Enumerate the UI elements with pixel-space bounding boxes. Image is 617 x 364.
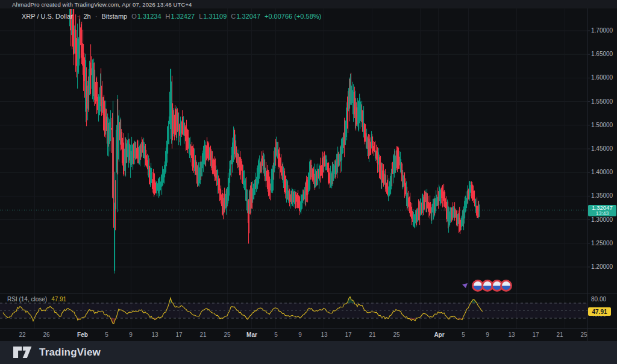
price-axis-label: 1.65000 [591,51,613,57]
time-axis-label: 22 [19,331,25,338]
ohlc-high: H1.32427 [166,13,195,20]
bar-countdown: 13:43 [596,211,609,216]
price-axis-label: 1.40000 [591,169,613,175]
time-axis-label: Feb [77,331,88,338]
time-axis-label: 13 [151,331,158,338]
interval-label[interactable]: 2h [83,13,90,20]
time-axis-label: 13 [508,331,515,338]
sticker-emoji[interactable] [501,281,512,291]
rsi-indicator-title[interactable]: RSI (14, close) [7,296,47,303]
time-axis-label: 26 [43,331,49,338]
ohlc-low: L1.31109 [199,13,227,20]
rsi-legend[interactable]: RSI (14, close) 47.91 [7,296,66,303]
time-axis-label: 9 [129,331,133,338]
price-axis-label: 1.60000 [591,74,613,81]
chart-area[interactable]: XRP / U.S. Dollar · 2h · Bitstamp O1.312… [0,0,617,341]
footer-bar: TradingView [0,341,617,364]
time-axis-label: 9 [486,331,489,338]
time-axis-label: 5 [105,331,108,338]
time-axis-label: 21 [369,331,375,338]
exchange-label: Bitstamp [101,13,127,20]
ohlc-close: C1.32047 [231,13,260,20]
time-axis-label: 21 [199,331,206,338]
time-axis-label: 13 [321,331,327,338]
price-axis-label: 1.45000 [591,145,613,152]
rsi-value-tag: 47.91 [588,307,611,316]
price-axis-label: 1.35000 [591,192,613,199]
sticker-emoji[interactable] [473,281,483,291]
time-axis-label: 17 [345,331,351,338]
time-axis-label: 21 [556,331,563,338]
sticker-emoji-group[interactable] [460,278,518,296]
time-axis-label: Apr [434,331,444,338]
symbol-legend[interactable]: XRP / U.S. Dollar · 2h · Bitstamp O1.312… [22,13,321,20]
legend-separator: · [95,13,98,20]
tradingview-chart-screenshot: AhmadPro created with TradingView.com, A… [0,0,617,364]
time-axis-label: 5 [462,331,465,338]
time-axis-label: 5 [274,331,278,338]
sticker-emoji[interactable] [483,281,493,291]
time-axis-label: Mar [246,331,257,338]
legend-separator: · [77,13,80,20]
tradingview-logo[interactable]: TradingView [13,347,101,359]
time-axis-label: 17 [532,331,539,338]
price-axis-label: 1.50000 [591,122,613,128]
price-axis-label: 1.25000 [591,240,613,246]
price-axis-label: 1.30000 [591,216,613,223]
rsi-axis-label: 80.00 [591,296,606,303]
sticker-arrow-icon [462,283,468,288]
chart-canvas[interactable] [0,0,617,341]
tradingview-logo-icon [13,347,34,359]
rsi-value: 47.91 [51,296,66,303]
change-label: +0.00766 (+0.58%) [265,13,321,20]
ohlc-open: O1.31234 [131,13,161,20]
symbol-title[interactable]: XRP / U.S. Dollar [22,13,73,20]
price-axis-label: 1.55000 [591,98,613,105]
price-axis-label: 1.70000 [591,27,613,34]
tradingview-brand-text: TradingView [39,347,101,359]
time-axis-label: 25 [580,331,587,338]
time-axis-label: 9 [298,331,302,338]
last-price-tag: 1.32047 13:43 [588,205,616,216]
time-axis-label: 17 [175,331,182,338]
time-axis-label: 25 [393,331,399,338]
time-axis[interactable]: 2226Feb5913172125Mar5913172125Apr5913172… [0,329,587,341]
price-axis-label: 1.20000 [591,263,613,270]
time-axis-label: 25 [224,331,230,338]
